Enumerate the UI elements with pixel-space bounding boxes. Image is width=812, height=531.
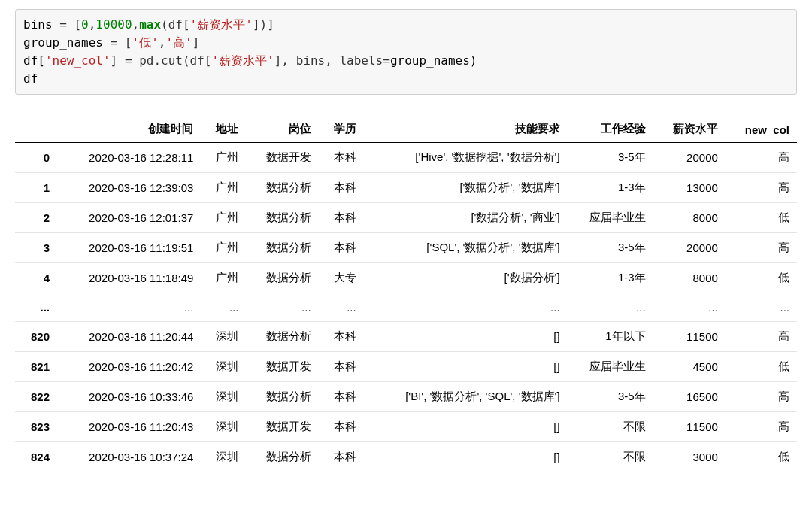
code-token: , (132, 17, 140, 32)
cell-工作经验: 1年以下 (568, 322, 653, 352)
col-skills: 技能要求 (364, 116, 568, 143)
row-index: ... (15, 293, 57, 322)
cell-new_col: 高 (726, 143, 797, 173)
cell-创建时间: 2020-03-16 11:19:51 (57, 233, 201, 263)
table-row: 8232020-03-16 11:20:43深圳数据开发本科[]不限11500高 (15, 412, 797, 442)
col-created-time: 创建时间 (57, 116, 201, 143)
code-token: (df[ (161, 17, 190, 32)
cell-工作经验: 1-3年 (568, 173, 653, 203)
row-index: 823 (15, 412, 57, 442)
col-index (15, 116, 57, 143)
row-index: 820 (15, 322, 57, 352)
cell-岗位: 数据分析 (246, 233, 318, 263)
cell-创建时间: 2020-03-16 12:39:03 (57, 173, 201, 203)
table-row: 8212020-03-16 11:20:42深圳数据开发本科[]应届毕业生450… (15, 352, 797, 382)
cell-薪资水平: 8000 (653, 203, 726, 233)
cell-创建时间: 2020-03-16 12:28:11 (57, 143, 201, 173)
cell-地址: ... (201, 293, 246, 322)
cell-工作经验: 应届毕业生 (568, 352, 653, 382)
code-token: max (139, 17, 161, 32)
cell-技能要求: [] (364, 442, 568, 472)
cell-地址: 深圳 (201, 412, 246, 442)
cell-薪资水平: 11500 (653, 412, 726, 442)
code-token: ] (111, 53, 125, 68)
cell-工作经验: 应届毕业生 (568, 203, 653, 233)
code-token: = [ (111, 35, 132, 50)
cell-学历: 大专 (319, 263, 364, 293)
col-new-col: new_col (726, 116, 797, 143)
table-row: 02020-03-16 12:28:11广州数据开发本科['Hive', '数据… (15, 143, 797, 173)
cell-薪资水平: 16500 (653, 382, 726, 412)
cell-创建时间: 2020-03-16 10:33:46 (57, 382, 201, 412)
cell-学历: 本科 (319, 143, 364, 173)
cell-创建时间: 2020-03-16 11:20:42 (57, 352, 201, 382)
cell-地址: 广州 (201, 263, 246, 293)
cell-工作经验: 不限 (568, 442, 653, 472)
table-row: 12020-03-16 12:39:03广州数据分析本科['数据分析', '数据… (15, 173, 797, 203)
cell-工作经验: 3-5年 (568, 233, 653, 263)
code-token: 10000 (95, 17, 132, 32)
cell-技能要求: ['数据分析'] (364, 263, 568, 293)
table-header-row: 创建时间 地址 岗位 学历 技能要求 工作经验 薪资水平 new_col (15, 116, 797, 143)
code-token: group_names) (390, 53, 477, 68)
col-position: 岗位 (246, 116, 318, 143)
cell-new_col: 低 (726, 203, 797, 233)
code-token: , (159, 35, 166, 50)
table-row: 22020-03-16 12:01:37广州数据分析本科['数据分析', '商业… (15, 203, 797, 233)
cell-new_col: 低 (726, 442, 797, 472)
cell-技能要求: [] (364, 322, 568, 352)
cell-岗位: 数据分析 (246, 263, 318, 293)
dataframe-table: 创建时间 地址 岗位 学历 技能要求 工作经验 薪资水平 new_col 020… (15, 116, 797, 472)
row-index: 822 (15, 382, 57, 412)
code-token: 'new_col' (45, 53, 111, 68)
cell-创建时间: 2020-03-16 12:01:37 (57, 203, 201, 233)
col-salary: 薪资水平 (653, 116, 726, 143)
table-row: 32020-03-16 11:19:51广州数据分析本科['SQL', '数据分… (15, 233, 797, 263)
code-cell[interactable]: bins = [0,10000,max(df['薪资水平'])] group_n… (15, 9, 797, 95)
cell-new_col: 低 (726, 352, 797, 382)
cell-技能要求: ['Hive', '数据挖掘', '数据分析'] (364, 143, 568, 173)
row-index: 0 (15, 143, 57, 173)
cell-工作经验: 3-5年 (568, 143, 653, 173)
table-row: ........................... (15, 293, 797, 322)
code-token: df[ (23, 53, 45, 68)
code-token: ] (192, 35, 200, 50)
cell-学历: 本科 (319, 352, 364, 382)
cell-技能要求: ... (364, 293, 568, 322)
code-token: = [ (59, 17, 81, 32)
table-row: 42020-03-16 11:18:49广州数据分析大专['数据分析']1-3年… (15, 263, 797, 293)
cell-地址: 广州 (201, 203, 246, 233)
code-token: = (383, 53, 390, 68)
cell-学历: 本科 (319, 412, 364, 442)
cell-地址: 深圳 (201, 382, 246, 412)
cell-创建时间: 2020-03-16 11:20:44 (57, 322, 201, 352)
code-token: 0 (81, 17, 89, 32)
cell-技能要求: ['BI', '数据分析', 'SQL', '数据库'] (364, 382, 568, 412)
code-token: '高' (165, 35, 192, 50)
cell-地址: 广州 (201, 173, 246, 203)
cell-地址: 深圳 (201, 442, 246, 472)
code-token: group_names (23, 35, 111, 50)
cell-创建时间: ... (57, 293, 201, 322)
code-token: , (89, 17, 96, 32)
cell-new_col: 高 (726, 382, 797, 412)
cell-技能要求: [] (364, 352, 568, 382)
cell-工作经验: 不限 (568, 412, 653, 442)
cell-学历: 本科 (319, 233, 364, 263)
cell-工作经验: 3-5年 (568, 382, 653, 412)
cell-地址: 深圳 (201, 352, 246, 382)
cell-岗位: ... (246, 293, 318, 322)
code-token: bins (23, 17, 59, 32)
cell-岗位: 数据分析 (246, 203, 318, 233)
code-token: '低' (132, 35, 159, 50)
cell-地址: 深圳 (201, 322, 246, 352)
cell-薪资水平: 11500 (653, 322, 726, 352)
cell-工作经验: ... (568, 293, 653, 322)
row-index: 3 (15, 233, 57, 263)
cell-new_col: 高 (726, 173, 797, 203)
cell-new_col: 高 (726, 322, 797, 352)
cell-岗位: 数据开发 (246, 352, 318, 382)
table-row: 8222020-03-16 10:33:46深圳数据分析本科['BI', '数据… (15, 382, 797, 412)
code-token: df (23, 71, 38, 86)
cell-new_col: 高 (726, 233, 797, 263)
